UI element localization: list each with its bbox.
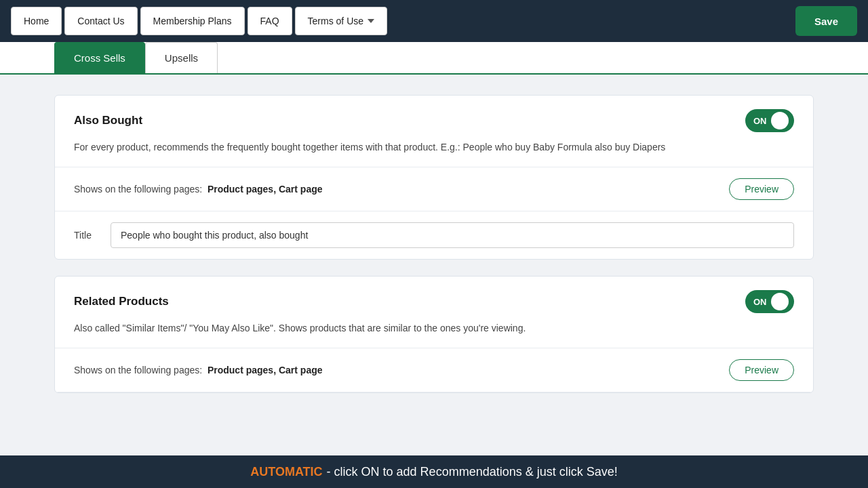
title-label: Title [74,230,98,241]
tab-cross-sells[interactable]: Cross Sells [54,42,145,73]
toggle-knob [771,112,789,129]
top-nav: Home Contact Us Membership Plans FAQ Ter… [0,0,868,42]
related-pages-label: Shows on the following pages: [74,365,202,375]
related-products-toggle[interactable]: ON [745,290,794,313]
chevron-down-icon [368,19,374,23]
related-products-preview-button[interactable]: Preview [729,359,794,381]
also-bought-toggle[interactable]: ON [745,109,794,132]
tab-upsells[interactable]: Upsells [145,42,218,73]
pages-value: Product pages, Cart page [208,184,323,195]
nav-faq[interactable]: FAQ [248,7,292,35]
related-pages-value: Product pages, Cart page [208,365,323,375]
also-bought-preview-button[interactable]: Preview [729,178,794,200]
related-products-title: Related Products [74,295,169,308]
related-products-card: Related Products ON Also called "Similar… [54,276,814,393]
also-bought-card: Also Bought ON For every product, recomm… [54,95,814,260]
tabs-section: Cross Sells Upsells [0,42,868,75]
also-bought-pages: Shows on the following pages: Product pa… [55,167,813,211]
nav-membership-plans[interactable]: Membership Plans [140,7,245,35]
nav-contact-us[interactable]: Contact Us [64,7,137,35]
related-products-header: Related Products ON [55,277,813,321]
main-content: Also Bought ON For every product, recomm… [0,75,868,430]
toggle-on-label: ON [753,116,767,126]
pages-label: Shows on the following pages: [74,184,202,195]
also-bought-title-input[interactable] [111,222,794,248]
also-bought-title-row: Title [55,211,813,259]
tabs-row: Cross Sells Upsells [54,42,814,73]
related-toggle-on-label: ON [753,297,767,307]
related-products-pages: Shows on the following pages: Product pa… [55,348,813,392]
nav-home[interactable]: Home [11,7,62,35]
also-bought-title: Also Bought [74,114,142,127]
save-button[interactable]: Save [795,6,857,36]
related-toggle-knob [771,293,789,310]
also-bought-description: For every product, recommends the freque… [55,140,813,167]
nav-terms-of-use[interactable]: Terms of Use [295,7,387,35]
related-products-description: Also called "Similar Items"/ "You May Al… [55,321,813,348]
also-bought-header: Also Bought ON [55,96,813,140]
